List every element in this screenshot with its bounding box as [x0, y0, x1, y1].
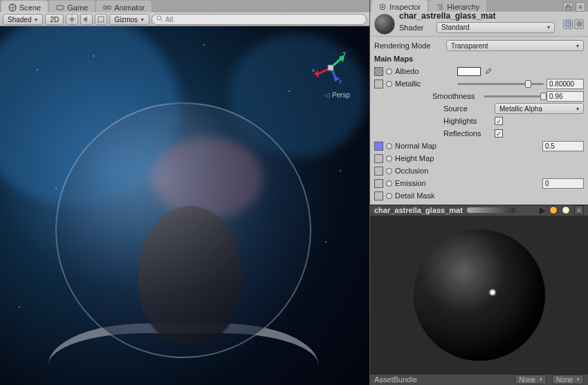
scene-search-placeholder: All: [165, 16, 173, 24]
svg-rect-3: [108, 6, 111, 9]
detailmask-toggle[interactable]: [386, 193, 392, 199]
occlusion-toggle[interactable]: [386, 168, 392, 174]
scene-icon: [8, 3, 17, 12]
preview-light-1[interactable]: [549, 206, 558, 214]
reflections-label: Reflections: [443, 129, 492, 138]
albedo-texture-slot[interactable]: [374, 67, 383, 76]
game-icon: [56, 3, 64, 12]
main-maps-title: Main Maps: [374, 55, 584, 63]
normal-texture-slot[interactable]: [374, 142, 383, 151]
help-icon[interactable]: ?: [563, 19, 573, 29]
play-icon[interactable]: ▶: [540, 206, 545, 215]
preview-light-2[interactable]: [562, 206, 570, 214]
metallic-toggle[interactable]: [386, 81, 392, 87]
chevron-down-icon: ▾: [576, 106, 579, 112]
rendering-mode-label: Rendering Mode: [374, 41, 443, 50]
reflections-checkbox[interactable]: ✓: [495, 129, 503, 138]
assetbundle-name-dropdown[interactable]: None▾: [515, 375, 546, 384]
svg-point-32: [578, 24, 580, 25]
svg-rect-28: [566, 7, 571, 10]
tab-game[interactable]: Game: [49, 1, 95, 12]
lighting-toggle[interactable]: [66, 14, 78, 25]
height-toggle[interactable]: [386, 156, 392, 162]
highlights-checkbox[interactable]: ✓: [495, 117, 503, 125]
smoothness-source-dropdown[interactable]: Metallic Alpha▾: [495, 103, 584, 114]
occlusion-label: Occlusion: [395, 167, 454, 175]
audio-toggle[interactable]: [80, 14, 93, 25]
chevron-down-icon: ▾: [576, 43, 579, 49]
material-preview[interactable]: [370, 216, 588, 374]
toggle-2d[interactable]: 2D: [45, 14, 64, 25]
normal-value-field[interactable]: 0.5: [542, 141, 584, 151]
assetbundle-variant-dropdown[interactable]: None▾: [552, 375, 584, 384]
context-menu-icon[interactable]: ≡: [576, 2, 585, 12]
tab-scene[interactable]: Scene: [1, 1, 48, 12]
scene-viewport[interactable]: y x z ◁ Persp: [0, 26, 369, 385]
svg-point-5: [70, 17, 74, 21]
svg-text:z: z: [339, 78, 342, 84]
svg-rect-10: [98, 17, 104, 22]
albedo-toggle[interactable]: [386, 68, 392, 75]
fx-toggle[interactable]: [95, 14, 107, 25]
normal-toggle[interactable]: [386, 143, 392, 149]
preview-title: char_astrella_glass_mat: [374, 206, 463, 214]
animator-icon: [103, 3, 111, 12]
inspector-icon: [378, 3, 387, 11]
settings-icon[interactable]: [574, 19, 584, 29]
assetbundle-label: AssetBundle: [374, 375, 417, 384]
hierarchy-icon: [436, 3, 444, 11]
svg-rect-1: [57, 6, 64, 10]
projection-label[interactable]: ◁ Persp: [324, 91, 350, 99]
tab-animator-label: Animator: [114, 3, 145, 12]
material-name: char_astrella_glass_mat: [399, 11, 495, 21]
material-thumbnail[interactable]: [374, 14, 395, 35]
preview-sphere: [414, 229, 545, 361]
shading-mode-label: Shaded: [8, 16, 31, 24]
emission-texture-slot[interactable]: [374, 179, 383, 188]
gizmos-label: Gizmos: [114, 16, 138, 24]
tab-game-label: Game: [67, 3, 88, 12]
svg-rect-2: [104, 6, 107, 9]
helmet-glass: [55, 102, 311, 358]
svg-text:y: y: [343, 50, 346, 56]
svg-line-12: [161, 20, 163, 22]
chevron-down-icon: ▼: [33, 17, 38, 22]
inspector-panel: char_astrella_glass_mat Shader Standard▾…: [370, 12, 588, 205]
inspector-tabbar: Inspector Hierarchy ≡: [370, 0, 588, 12]
chevron-down-icon: ▼: [140, 17, 145, 22]
metallic-label: Metallic: [395, 79, 454, 88]
metallic-slider[interactable]: [457, 79, 544, 88]
metallic-value-field[interactable]: 0.80000: [546, 79, 584, 89]
smoothness-slider[interactable]: [484, 91, 544, 101]
smoothness-value-field[interactable]: 0.96: [546, 91, 584, 102]
preview-header: char_astrella_glass_mat ▶ ≡: [370, 205, 588, 216]
albedo-color[interactable]: [457, 67, 481, 76]
shading-mode-dropdown[interactable]: Shaded ▼: [3, 14, 43, 25]
height-texture-slot[interactable]: [374, 154, 383, 163]
height-label: Height Map: [395, 154, 454, 162]
svg-text:x: x: [312, 67, 315, 73]
lock-icon[interactable]: [563, 2, 573, 12]
emission-toggle[interactable]: [386, 180, 392, 187]
rendering-mode-dropdown[interactable]: Transparent▾: [446, 40, 584, 51]
tab-animator[interactable]: Animator: [96, 1, 151, 12]
tab-hierarchy[interactable]: Hierarchy: [429, 0, 486, 12]
scene-toolbar: Shaded ▼ 2D Gizmos ▼ All: [0, 12, 369, 26]
preview-menu-icon[interactable]: ≡: [574, 205, 584, 215]
metallic-texture-slot[interactable]: [374, 79, 383, 88]
occlusion-texture-slot[interactable]: [374, 167, 383, 176]
eyedropper-icon[interactable]: [484, 67, 492, 75]
svg-marker-14: [314, 71, 319, 78]
tab-inspector[interactable]: Inspector: [371, 0, 428, 12]
svg-point-24: [382, 6, 384, 8]
detailmask-label: Detail Mask: [395, 191, 454, 200]
orientation-gizmo[interactable]: y x z: [309, 46, 353, 90]
scene-search-input[interactable]: All: [151, 14, 367, 25]
detailmask-texture-slot[interactable]: [374, 191, 383, 200]
preview-blend-slider[interactable]: [467, 207, 515, 213]
smoothness-label: Smoothness: [432, 92, 481, 100]
tab-hierarchy-label: Hierarchy: [447, 3, 479, 11]
emission-value-field[interactable]: 0: [542, 178, 584, 189]
shader-dropdown[interactable]: Standard▾: [437, 22, 555, 33]
gizmos-dropdown[interactable]: Gizmos ▼: [109, 14, 149, 25]
